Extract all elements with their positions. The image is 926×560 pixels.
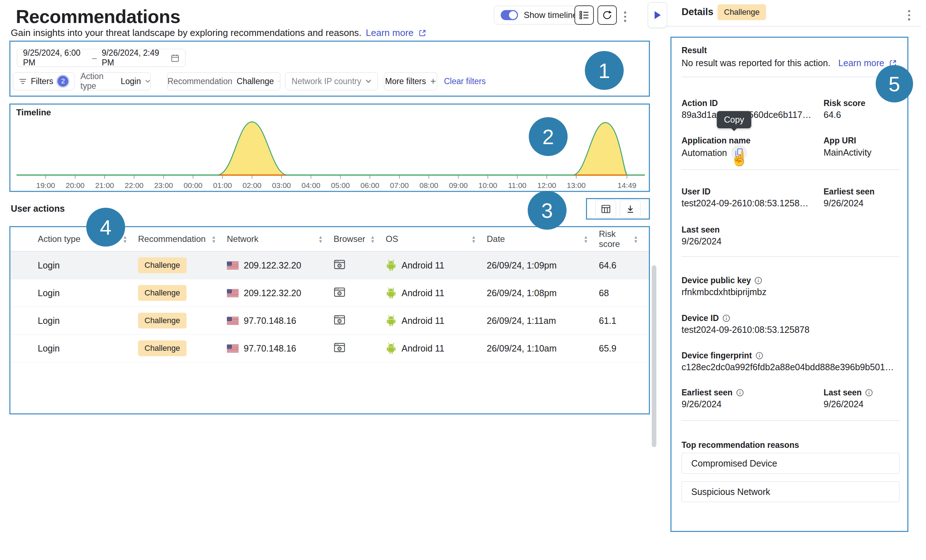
tick-label: 04:00 xyxy=(302,181,321,189)
android-icon xyxy=(386,315,396,326)
column-header-risk-score[interactable]: Risk score ▲▼ xyxy=(599,229,649,249)
calendar-icon xyxy=(171,53,179,63)
sort-icon[interactable]: ▲▼ xyxy=(123,235,127,243)
play-right-icon xyxy=(655,11,661,19)
filter-chip-network-ip-country[interactable]: Network IP country xyxy=(285,72,378,90)
earliest-seen-label: Earliest seen xyxy=(823,187,875,197)
column-header-recommendation[interactable]: Recommendation ▲▼ xyxy=(138,234,227,244)
reason-item[interactable]: Suspicious Network xyxy=(682,481,899,502)
toggle-knob xyxy=(509,11,517,19)
browser-icon xyxy=(334,314,345,325)
browser-icon xyxy=(334,259,345,270)
list-icon xyxy=(579,10,590,21)
app-uri-value: MainActivity xyxy=(823,147,872,158)
result-message: No result was reported for this action. … xyxy=(682,58,897,68)
hand-cursor-icon: ☝ xyxy=(731,150,748,167)
filters-highlight-box: 9/25/2024, 6:00 PM – 9/26/2024, 2:49 PM … xyxy=(9,41,650,97)
learn-more-link[interactable]: Learn more xyxy=(366,27,414,38)
date-range-picker[interactable]: 9/25/2024, 6:00 PM – 9/26/2024, 2:49 PM xyxy=(17,49,186,67)
chip-label: Action type xyxy=(80,71,117,91)
device-id-label: Device ID xyxy=(682,313,730,323)
refresh-button[interactable] xyxy=(598,5,617,25)
show-timeline-control[interactable]: Show timeline xyxy=(494,6,584,24)
tick-label: 23:00 xyxy=(154,181,173,189)
android-icon xyxy=(386,342,396,354)
info-icon[interactable] xyxy=(736,389,744,397)
table-row[interactable]: Login Challenge 97.70.148.16 Android 11 … xyxy=(11,307,649,334)
sort-icon[interactable]: ▲▼ xyxy=(633,235,638,243)
clear-filters-link[interactable]: Clear filters xyxy=(444,72,486,90)
tick-label: 19:00 xyxy=(36,181,55,189)
cell-action-type: Login xyxy=(38,288,138,298)
browser-icon xyxy=(334,286,345,298)
cell-date: 26/09/24, 1:10am xyxy=(487,343,599,354)
device-last-seen-label: Last seen xyxy=(823,388,873,398)
show-timeline-toggle[interactable] xyxy=(501,10,518,20)
result-label: Result xyxy=(682,45,707,55)
filter-chip-action-type[interactable]: Action type Login xyxy=(80,72,151,90)
tick-label: 09:00 xyxy=(449,181,468,189)
risk-score-label: Risk score xyxy=(823,98,865,108)
details-overflow-menu[interactable] xyxy=(906,8,912,23)
details-challenge-badge: Challenge xyxy=(717,4,766,20)
date-separator: – xyxy=(92,53,97,63)
application-name-label: Application name xyxy=(682,136,750,145)
filters-count-badge: 2 xyxy=(57,76,68,86)
app-uri-label: App URI xyxy=(823,136,856,145)
cell-action-type: Login xyxy=(38,260,138,271)
panel-divider xyxy=(682,256,899,257)
reason-item[interactable]: Compromised Device xyxy=(682,453,899,474)
copy-tooltip: Copy xyxy=(717,111,751,128)
last-seen-label: Last seen xyxy=(682,225,720,235)
result-learn-more-link[interactable]: Learn more xyxy=(838,58,884,68)
browser-icon xyxy=(334,342,345,353)
cell-os: Android 11 xyxy=(401,288,444,298)
table-row[interactable]: Login Challenge 209.122.32.20 Android 11… xyxy=(11,251,649,279)
annotation-circle-2: 2 xyxy=(529,117,567,156)
page-title: Recommendations xyxy=(16,6,180,27)
cell-network-ip: 209.122.32.20 xyxy=(244,260,301,271)
info-icon[interactable] xyxy=(865,389,873,397)
column-header-browser[interactable]: Browser ▲▼ xyxy=(334,234,386,244)
sort-icon[interactable]: ▲▼ xyxy=(471,235,476,243)
table-icon xyxy=(601,204,611,213)
info-icon[interactable] xyxy=(723,315,730,322)
cell-network-ip: 97.70.148.16 xyxy=(244,343,296,354)
table-row[interactable]: Login Challenge 209.122.32.20 Android 11… xyxy=(11,279,649,307)
table-view-button[interactable] xyxy=(595,200,616,218)
sort-icon[interactable]: ▲▼ xyxy=(318,235,323,243)
more-filters-label: More filters xyxy=(385,77,426,86)
table-row[interactable]: Login Challenge 97.70.148.16 Android 11 … xyxy=(11,334,649,362)
download-button[interactable] xyxy=(620,200,641,218)
cell-action-type: Login xyxy=(38,316,138,326)
info-icon[interactable] xyxy=(755,277,762,284)
info-icon[interactable] xyxy=(756,352,763,359)
filter-chip-recommendation[interactable]: Recommendation Challenge xyxy=(167,72,280,90)
device-last-seen-value: 9/26/2024 xyxy=(823,399,864,409)
external-link-icon xyxy=(418,29,427,37)
page-overflow-menu[interactable] xyxy=(622,9,628,24)
recommendation-badge: Challenge xyxy=(138,285,186,301)
sort-icon[interactable]: ▲▼ xyxy=(583,235,588,243)
chevron-down-icon xyxy=(366,79,371,83)
column-header-date[interactable]: Date ▲▼ xyxy=(487,234,599,244)
vertical-scrollbar[interactable] xyxy=(652,265,657,447)
collapse-panel-button[interactable] xyxy=(648,2,667,28)
us-flag-icon xyxy=(227,317,239,325)
sort-icon[interactable]: ▲▼ xyxy=(211,235,216,243)
details-heading: Details xyxy=(682,6,714,18)
action-id-label: Action ID xyxy=(682,98,718,108)
column-header-os[interactable]: OS ▲▼ xyxy=(386,234,487,244)
page-subtitle: Gain insights into your threat landscape… xyxy=(11,27,427,38)
sort-icon[interactable]: ▲▼ xyxy=(370,235,375,243)
list-view-button[interactable] xyxy=(575,5,594,25)
more-filters-button[interactable]: More filters + xyxy=(384,72,437,90)
chip-label: Network IP country xyxy=(292,77,361,86)
device-fingerprint-value: c128ec2dc0a992f6fdb2a88e04bdd888e396b9b5… xyxy=(682,362,894,372)
filters-button[interactable]: Filters 2 xyxy=(13,72,74,90)
tick-label: 02:00 xyxy=(243,181,262,189)
recommendation-badge: Challenge xyxy=(138,313,186,328)
risk-score-value: 64.6 xyxy=(823,110,841,120)
column-header-network[interactable]: Network ▲▼ xyxy=(227,234,334,244)
us-flag-icon xyxy=(227,261,239,269)
